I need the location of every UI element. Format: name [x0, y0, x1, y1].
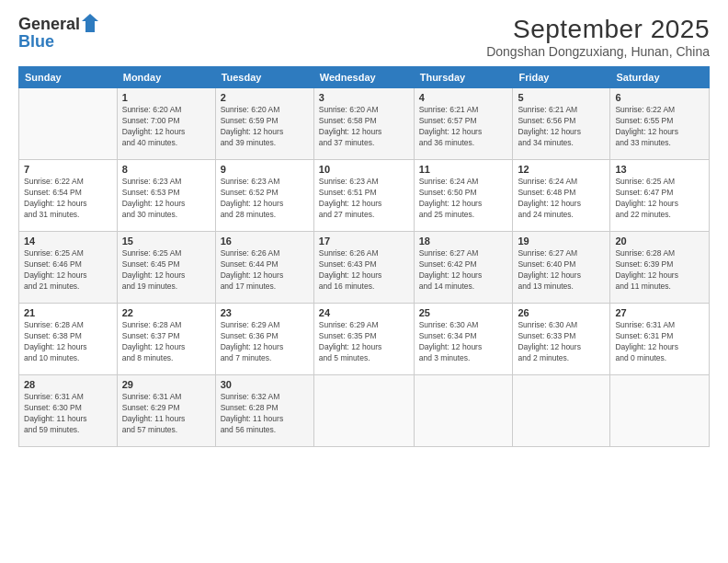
calendar-table: SundayMondayTuesdayWednesdayThursdayFrid…: [18, 66, 710, 447]
day-number: 13: [615, 164, 704, 175]
day-number: 10: [319, 164, 409, 175]
weekday-header-tuesday: Tuesday: [215, 67, 313, 88]
day-info: Sunrise: 6:23 AM Sunset: 6:51 PM Dayligh…: [319, 177, 409, 221]
day-cell: 29Sunrise: 6:31 AM Sunset: 6:29 PM Dayli…: [117, 375, 215, 447]
day-info: Sunrise: 6:29 AM Sunset: 6:36 PM Dayligh…: [221, 320, 309, 364]
day-info: Sunrise: 6:21 AM Sunset: 6:56 PM Dayligh…: [518, 105, 605, 149]
week-row-4: 21Sunrise: 6:28 AM Sunset: 6:38 PM Dayli…: [19, 304, 710, 375]
day-number: 22: [122, 307, 210, 318]
week-row-5: 28Sunrise: 6:31 AM Sunset: 6:30 PM Dayli…: [19, 375, 710, 447]
day-number: 17: [319, 236, 409, 247]
day-cell: 11Sunrise: 6:24 AM Sunset: 6:50 PM Dayli…: [414, 160, 513, 232]
day-info: Sunrise: 6:20 AM Sunset: 6:59 PM Dayligh…: [221, 105, 309, 149]
week-row-1: 1Sunrise: 6:20 AM Sunset: 7:00 PM Daylig…: [19, 88, 710, 160]
day-info: Sunrise: 6:31 AM Sunset: 6:29 PM Dayligh…: [122, 392, 210, 436]
day-cell: 6Sunrise: 6:22 AM Sunset: 6:55 PM Daylig…: [610, 88, 710, 160]
week-row-3: 14Sunrise: 6:25 AM Sunset: 6:46 PM Dayli…: [19, 232, 710, 304]
weekday-header-sunday: Sunday: [19, 67, 118, 88]
day-cell: 14Sunrise: 6:25 AM Sunset: 6:46 PM Dayli…: [19, 232, 118, 304]
day-number: 28: [24, 379, 112, 390]
day-cell: 23Sunrise: 6:29 AM Sunset: 6:36 PM Dayli…: [215, 304, 313, 375]
day-cell: 25Sunrise: 6:30 AM Sunset: 6:34 PM Dayli…: [414, 304, 513, 375]
day-cell: 28Sunrise: 6:31 AM Sunset: 6:30 PM Dayli…: [19, 375, 118, 447]
day-cell: 4Sunrise: 6:21 AM Sunset: 6:57 PM Daylig…: [414, 88, 513, 160]
page-header: General Blue September 2025 Dongshan Don…: [18, 15, 710, 59]
day-cell: 19Sunrise: 6:27 AM Sunset: 6:40 PM Dayli…: [513, 232, 610, 304]
day-info: Sunrise: 6:24 AM Sunset: 6:48 PM Dayligh…: [518, 177, 605, 221]
day-number: 8: [122, 164, 210, 175]
day-info: Sunrise: 6:21 AM Sunset: 6:57 PM Dayligh…: [419, 105, 508, 149]
day-number: 27: [615, 307, 704, 318]
day-cell: 7Sunrise: 6:22 AM Sunset: 6:54 PM Daylig…: [19, 160, 118, 232]
day-info: Sunrise: 6:26 AM Sunset: 6:43 PM Dayligh…: [319, 248, 409, 293]
day-info: Sunrise: 6:25 AM Sunset: 6:47 PM Dayligh…: [615, 177, 704, 221]
day-info: Sunrise: 6:26 AM Sunset: 6:44 PM Dayligh…: [221, 248, 309, 293]
day-number: 4: [419, 92, 508, 103]
day-info: Sunrise: 6:28 AM Sunset: 6:38 PM Dayligh…: [24, 320, 112, 364]
day-info: Sunrise: 6:22 AM Sunset: 6:55 PM Dayligh…: [615, 105, 704, 149]
day-number: 12: [518, 164, 605, 175]
day-number: 26: [518, 307, 605, 318]
day-cell: 18Sunrise: 6:27 AM Sunset: 6:42 PM Dayli…: [414, 232, 513, 304]
day-info: Sunrise: 6:32 AM Sunset: 6:28 PM Dayligh…: [221, 392, 309, 436]
day-number: 29: [122, 379, 210, 390]
day-cell: 1Sunrise: 6:20 AM Sunset: 7:00 PM Daylig…: [117, 88, 215, 160]
day-info: Sunrise: 6:25 AM Sunset: 6:46 PM Dayligh…: [24, 248, 112, 293]
day-cell: 27Sunrise: 6:31 AM Sunset: 6:31 PM Dayli…: [610, 304, 710, 375]
day-cell: [414, 375, 513, 447]
day-number: 25: [419, 307, 508, 318]
day-number: 18: [419, 236, 508, 247]
logo-icon: [82, 14, 98, 32]
day-info: Sunrise: 6:27 AM Sunset: 6:42 PM Dayligh…: [419, 248, 508, 293]
day-number: 5: [518, 92, 605, 103]
day-info: Sunrise: 6:20 AM Sunset: 6:58 PM Dayligh…: [319, 105, 409, 149]
day-number: 7: [24, 164, 112, 175]
day-cell: 5Sunrise: 6:21 AM Sunset: 6:56 PM Daylig…: [513, 88, 610, 160]
location: Dongshan Dongzuxiang, Hunan, China: [486, 44, 710, 59]
day-info: Sunrise: 6:20 AM Sunset: 7:00 PM Dayligh…: [122, 105, 210, 149]
weekday-header-friday: Friday: [513, 67, 610, 88]
day-info: Sunrise: 6:23 AM Sunset: 6:53 PM Dayligh…: [122, 177, 210, 221]
day-cell: 17Sunrise: 6:26 AM Sunset: 6:43 PM Dayli…: [313, 232, 414, 304]
weekday-header-wednesday: Wednesday: [313, 67, 414, 88]
day-cell: [513, 375, 610, 447]
day-info: Sunrise: 6:31 AM Sunset: 6:31 PM Dayligh…: [615, 320, 704, 364]
day-cell: 2Sunrise: 6:20 AM Sunset: 6:59 PM Daylig…: [215, 88, 313, 160]
day-number: 2: [221, 92, 309, 103]
weekday-header-saturday: Saturday: [610, 67, 710, 88]
day-cell: [610, 375, 710, 447]
day-number: 16: [221, 236, 309, 247]
day-cell: 12Sunrise: 6:24 AM Sunset: 6:48 PM Dayli…: [513, 160, 610, 232]
day-number: 21: [24, 307, 112, 318]
day-number: 14: [24, 236, 112, 247]
day-number: 15: [122, 236, 210, 247]
title-block: September 2025 Dongshan Dongzuxiang, Hun…: [486, 15, 710, 59]
day-number: 19: [518, 236, 605, 247]
day-info: Sunrise: 6:25 AM Sunset: 6:45 PM Dayligh…: [122, 248, 210, 293]
day-info: Sunrise: 6:27 AM Sunset: 6:40 PM Dayligh…: [518, 248, 605, 293]
day-number: 11: [419, 164, 508, 175]
day-cell: 21Sunrise: 6:28 AM Sunset: 6:38 PM Dayli…: [19, 304, 118, 375]
day-cell: 24Sunrise: 6:29 AM Sunset: 6:35 PM Dayli…: [313, 304, 414, 375]
weekday-header-row: SundayMondayTuesdayWednesdayThursdayFrid…: [19, 67, 710, 88]
day-number: 9: [221, 164, 309, 175]
day-cell: [19, 88, 118, 160]
day-cell: 13Sunrise: 6:25 AM Sunset: 6:47 PM Dayli…: [610, 160, 710, 232]
day-cell: 26Sunrise: 6:30 AM Sunset: 6:33 PM Dayli…: [513, 304, 610, 375]
day-info: Sunrise: 6:28 AM Sunset: 6:39 PM Dayligh…: [615, 248, 704, 293]
weekday-header-thursday: Thursday: [414, 67, 513, 88]
week-row-2: 7Sunrise: 6:22 AM Sunset: 6:54 PM Daylig…: [19, 160, 710, 232]
day-cell: 3Sunrise: 6:20 AM Sunset: 6:58 PM Daylig…: [313, 88, 414, 160]
day-number: 20: [615, 236, 704, 247]
day-number: 6: [615, 92, 704, 103]
day-cell: 8Sunrise: 6:23 AM Sunset: 6:53 PM Daylig…: [117, 160, 215, 232]
day-cell: 16Sunrise: 6:26 AM Sunset: 6:44 PM Dayli…: [215, 232, 313, 304]
day-cell: 15Sunrise: 6:25 AM Sunset: 6:45 PM Dayli…: [117, 232, 215, 304]
day-info: Sunrise: 6:23 AM Sunset: 6:52 PM Dayligh…: [221, 177, 309, 221]
day-cell: 22Sunrise: 6:28 AM Sunset: 6:37 PM Dayli…: [117, 304, 215, 375]
day-number: 3: [319, 92, 409, 103]
day-info: Sunrise: 6:22 AM Sunset: 6:54 PM Dayligh…: [24, 177, 112, 221]
day-info: Sunrise: 6:31 AM Sunset: 6:30 PM Dayligh…: [24, 392, 112, 436]
day-info: Sunrise: 6:28 AM Sunset: 6:37 PM Dayligh…: [122, 320, 210, 364]
day-cell: 30Sunrise: 6:32 AM Sunset: 6:28 PM Dayli…: [215, 375, 313, 447]
